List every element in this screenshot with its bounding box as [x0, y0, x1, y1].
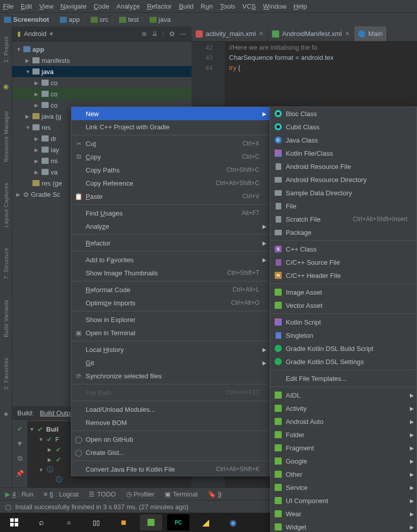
ctx-local-history[interactable]: Local History▶ — [71, 343, 270, 356]
sub-file[interactable]: File — [271, 199, 416, 212]
tool-profiler[interactable]: ◷ Profiler — [126, 490, 155, 498]
rail-layout-captures[interactable]: Layout Captures — [3, 183, 9, 227]
sub-fragment[interactable]: Fragment▶ — [271, 441, 416, 454]
ctx-link-cpp[interactable]: Link C++ Project with Gradle — [71, 120, 270, 133]
menu-navigate[interactable]: Navigate — [60, 3, 86, 10]
ctx-copy-paths[interactable]: Copy PathsCtrl+Shift+C — [71, 163, 270, 176]
sub-cpp-header[interactable]: HC/C++ Header File — [271, 269, 416, 282]
ctx-open-terminal[interactable]: ▣Open in Terminal — [71, 326, 270, 339]
taskbar-start[interactable] — [3, 514, 25, 530]
ctx-create-gist[interactable]: ◯Create Gist... — [71, 446, 270, 459]
sub-ui-component[interactable]: UI Component▶ — [271, 494, 416, 507]
ctx-git[interactable]: Git▶ — [71, 356, 270, 369]
ctx-copy[interactable]: ⧉CopyCtrl+C — [71, 150, 270, 163]
check-icon[interactable]: ✔ — [17, 425, 23, 433]
menu-vcs[interactable]: VCS — [242, 3, 256, 10]
sub-bloc-class[interactable]: Bloc Class — [271, 107, 416, 120]
sub-kotlin-class[interactable]: Kotlin File/Class — [271, 147, 416, 160]
tab-main[interactable]: Main — [354, 26, 387, 41]
crumb-project[interactable]: Screenshot — [4, 16, 49, 23]
sub-folder[interactable]: Folder▶ — [271, 428, 416, 441]
sub-cubit-class[interactable]: Cubit Class — [271, 120, 416, 133]
sub-google[interactable]: Google▶ — [271, 454, 416, 468]
ctx-remove-bom[interactable]: Remove BOM — [71, 416, 270, 429]
tool-run[interactable]: ▶ 4: Run — [5, 490, 33, 498]
sub-scratch-file[interactable]: Scratch FileCtrl+Alt+Shift+Insert — [271, 212, 416, 226]
ctx-cut[interactable]: ✂CutCtrl+X — [71, 137, 270, 150]
tab-activity-main[interactable]: activity_main.xml✕ — [192, 26, 268, 41]
tree-pkg[interactable]: ▶co — [12, 77, 192, 88]
sub-cpp-class[interactable]: SC++ Class — [271, 242, 416, 256]
sub-vector-asset[interactable]: Vector Asset — [271, 299, 416, 312]
ctx-show-in-explorer[interactable]: Show in Explorer — [71, 313, 270, 326]
taskbar-app-android-studio[interactable] — [140, 514, 162, 530]
rail-favorites[interactable]: 2: Favorites — [3, 358, 9, 389]
sub-android-resource-file[interactable]: Android Resource File — [271, 160, 416, 173]
ctx-add-favorites[interactable]: Add to Favorites▶ — [71, 253, 270, 266]
sub-other[interactable]: Other▶ — [271, 468, 416, 481]
filter-icon[interactable]: ▼ — [17, 440, 23, 447]
menu-tools[interactable]: Tools — [220, 3, 235, 10]
rail-build-variants[interactable]: Build Variants — [3, 300, 9, 337]
sub-dsl-build[interactable]: Gradle Kotlin DSL Build Script — [271, 342, 416, 355]
ctx-optimize-imports[interactable]: Optimize ImportsCtrl+Alt+O — [71, 296, 270, 309]
taskbar-cortana[interactable]: ○ — [58, 514, 80, 530]
taskbar-search[interactable]: ⌕ — [30, 514, 53, 530]
sub-aidl[interactable]: AIDL▶ — [271, 388, 416, 402]
menu-help[interactable]: Help — [293, 3, 307, 10]
tree-pkg[interactable]: ▶co — [12, 88, 192, 99]
sub-android-auto[interactable]: Android Auto▶ — [271, 415, 416, 428]
taskbar-app-notes[interactable]: ◢ — [195, 514, 217, 530]
sub-sample-data-dir[interactable]: Sample Data Directory — [271, 186, 416, 199]
crumb-app[interactable]: app — [60, 16, 80, 23]
sub-wear[interactable]: Wear▶ — [271, 507, 416, 520]
sub-android-resource-dir[interactable]: Android Resource Directory — [271, 173, 416, 186]
crumb-test[interactable]: test — [119, 16, 139, 23]
crumb-src[interactable]: src — [91, 16, 108, 23]
gear-icon[interactable]: ✿ — [169, 30, 175, 38]
chevron-down-icon[interactable]: ▾ — [50, 30, 53, 38]
menu-edit[interactable]: Edit — [21, 3, 32, 10]
sub-package[interactable]: Package — [271, 226, 416, 239]
ctx-analyze[interactable]: Analyze▶ — [71, 220, 270, 233]
project-view-selector[interactable]: Android — [24, 30, 47, 38]
context-menu[interactable]: New▶ Link C++ Project with Gradle ✂CutCt… — [71, 107, 270, 476]
tool-todo[interactable]: ☰ TODO — [89, 490, 116, 498]
menu-build[interactable]: Build — [179, 3, 194, 10]
rail-project[interactable]: 1: Project — [3, 37, 9, 62]
menu-analyze[interactable]: Analyze — [117, 3, 140, 10]
target-icon[interactable]: ⊕ — [141, 30, 147, 38]
sub-widget[interactable]: Widget▶ — [271, 520, 416, 532]
ctx-synchronize[interactable]: ⟳Synchronize selected files — [71, 369, 270, 382]
sub-cpp-source[interactable]: C/C++ Source File — [271, 256, 416, 269]
ctx-refactor[interactable]: Refactor▶ — [71, 236, 270, 250]
close-icon[interactable]: ✕ — [345, 30, 350, 37]
collapse-icon[interactable]: ⧉ — [18, 454, 22, 463]
tool-logcat[interactable]: ≡ 6: Logcat — [44, 490, 79, 498]
tool-terminal[interactable]: ▣ Terminal — [165, 490, 198, 498]
close-icon[interactable]: ✕ — [259, 30, 263, 37]
collapse-icon[interactable]: ⇊ — [152, 30, 158, 38]
tree-manifests[interactable]: ▶manifests — [12, 55, 192, 66]
menu-refactor[interactable]: Refactor — [147, 3, 172, 10]
crumb-java[interactable]: java — [149, 16, 171, 23]
taskbar-app-pycharm[interactable]: PC — [167, 514, 189, 530]
tree-app[interactable]: ▼app — [12, 44, 192, 55]
main-menubar[interactable]: File Edit View Navigate Code Analyze Ref… — [0, 0, 417, 12]
rail-resource-manager[interactable]: Resource Manager — [3, 111, 9, 162]
status-icon[interactable]: ▢ — [5, 503, 11, 511]
sub-dsl-settings[interactable]: Gradle Kotlin DSL Settings — [271, 355, 416, 368]
menu-run[interactable]: Run — [201, 3, 213, 10]
taskbar-app-sublime[interactable]: ■ — [112, 514, 135, 530]
editor-tabs[interactable]: activity_main.xml✕ AndroidManifest.xml✕ … — [192, 26, 417, 42]
menu-window[interactable]: Window — [263, 3, 286, 10]
sub-singleton[interactable]: Singleton — [271, 329, 416, 342]
minimize-icon[interactable]: — — [180, 30, 186, 38]
sub-image-asset[interactable]: Image Asset — [271, 286, 416, 299]
ctx-reformat-code[interactable]: Reformat CodeCtrl+Alt+L — [71, 283, 270, 296]
ctx-convert-kotlin[interactable]: Convert Java File to Kotlin FileCtrl+Alt… — [71, 463, 270, 476]
sub-java-class[interactable]: CJava Class — [271, 133, 416, 147]
ctx-paste[interactable]: 📋PasteCtrl+V — [71, 190, 270, 203]
menu-view[interactable]: View — [39, 3, 53, 10]
taskbar-app-camera[interactable]: ◉ — [222, 514, 244, 530]
